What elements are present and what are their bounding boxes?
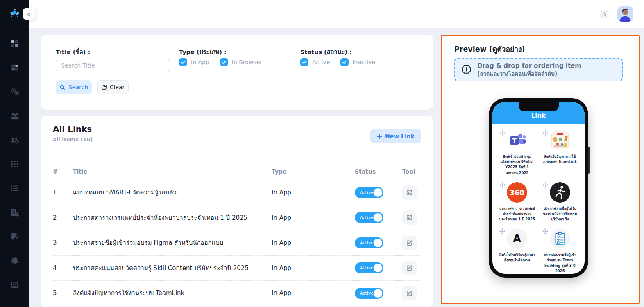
status-toggle-knob — [374, 264, 382, 272]
drag-drop-notice: Drag & drop for ordering item (ลากและวาง… — [454, 58, 623, 81]
sidebar-item-documents[interactable] — [9, 232, 20, 243]
status-toggle[interactable]: Active — [355, 212, 383, 223]
row-number: 1 — [53, 189, 73, 196]
phone-notch — [519, 102, 559, 111]
phone-link-grid: T ลิงค์เข้าร่วมประชุมนโยบายของบริษัท1st … — [492, 124, 585, 274]
status-toggle-label: Active — [360, 265, 374, 271]
sidebar-item-lists[interactable] — [9, 184, 20, 194]
drag-handle-icon[interactable] — [499, 182, 506, 190]
checkbox-checked[interactable] — [300, 58, 308, 66]
table-row: 2 ประกาศตารางเวรแพทย์ประจำห้องพยาบาลประจ… — [53, 205, 421, 231]
runner-icon — [549, 182, 571, 203]
status-toggle-knob — [374, 213, 382, 222]
status-checkbox-1[interactable]: Inactive — [340, 58, 375, 66]
phone-link-item[interactable]: 360 ประกาศตารางเวรแพทย์ประจำห้องพยาบาลปร… — [496, 182, 539, 222]
sidebar-item-toggles[interactable] — [9, 63, 20, 74]
sidebar-item-settings[interactable] — [9, 87, 20, 98]
table-row: 5 ลิงค์แจ้งปัญหาการใช้งานระบบ TeamLink I… — [53, 281, 421, 306]
phone-link-item[interactable]: ประกาศรายชื่อผู้ได้รับของรางวัลจากกิจกรร… — [539, 182, 582, 222]
preview-panel: Preview (ดูตัวอย่าง) Drag & drop for ord… — [441, 35, 640, 304]
phone-link-label: ลิงค์เว็ปไซต์เรียนรู้ภาษาอังกฤษในโรงงาน — [496, 252, 539, 263]
all-links-count: all items (10) — [53, 136, 93, 142]
type-checkbox-1[interactable]: In Browser — [220, 58, 262, 66]
row-number: 5 — [53, 289, 73, 297]
link-type: In App — [272, 239, 355, 246]
sidebar-item-company[interactable] — [9, 208, 20, 219]
checkbox-checked[interactable] — [340, 58, 349, 66]
phone-link-item[interactable]: ตรวจสอบรายชื่อผู้เข้าร่วมอบรม Team build… — [539, 228, 582, 274]
phone-app-title: Link — [531, 112, 546, 120]
checkbox-checked[interactable] — [179, 58, 187, 66]
type-checkbox-0[interactable]: In App — [179, 58, 209, 66]
drag-handle-icon[interactable] — [499, 130, 506, 138]
check-icon — [222, 60, 227, 65]
status-toggle[interactable]: Active — [355, 288, 383, 299]
phone-link-item[interactable]: ลิงค์แจ้งปัญหาการใช้งานระบบ TeamLink — [539, 130, 582, 176]
sidebar-item-user-management[interactable] — [9, 135, 20, 146]
status-toggle-knob — [374, 289, 382, 298]
status-checkbox-group: Active Inactive — [300, 58, 375, 66]
drag-handle-icon[interactable] — [499, 228, 506, 236]
link-type: In App — [272, 289, 355, 297]
all-links-panel: All Links all items (10) New Link #Title… — [41, 116, 433, 307]
illustration-icon — [549, 130, 571, 151]
status-toggle-label: Active — [360, 215, 374, 220]
user-avatar[interactable] — [617, 6, 633, 22]
phone-link-item[interactable]: A ลิงค์เว็ปไซต์เรียนรู้ภาษาอังกฤษในโรงงา… — [496, 228, 539, 274]
phone-link-label: ลิงค์เข้าร่วมประชุมนโยบายของบริษัท1st Y2… — [496, 154, 539, 176]
sun-icon — [599, 9, 609, 19]
link-title: ประกาศรายชื่อผู้เข้าร่วมอบรม Figma สำหรั… — [73, 238, 272, 248]
edit-button[interactable] — [402, 210, 417, 225]
sidebar-item-news[interactable] — [9, 280, 20, 291]
status-checkbox-0[interactable]: Active — [300, 58, 330, 66]
drag-handle-icon[interactable] — [542, 182, 549, 190]
links-table-header: #TitleTypeStatusTool — [53, 163, 421, 180]
clear-button-label: Clear — [110, 84, 125, 90]
drag-handle-icon[interactable] — [542, 228, 549, 236]
apps-icon — [10, 160, 19, 170]
status-toggle[interactable]: Active — [355, 187, 383, 198]
company-icon — [10, 208, 20, 219]
filter-status-label: Status (สถานะ) : — [300, 47, 352, 56]
phone-link-item[interactable]: T ลิงค์เข้าร่วมประชุมนโยบายของบริษัท1st … — [496, 130, 539, 176]
edit-icon — [406, 214, 413, 221]
edit-button[interactable] — [402, 236, 417, 250]
sidebar-item-apps[interactable] — [9, 160, 20, 170]
search-title-input[interactable] — [56, 59, 170, 72]
link-title: ประกาศคะแนนสอบวัดความรู้ Skill Content บ… — [73, 263, 272, 273]
status-toggle[interactable]: Active — [355, 237, 383, 248]
badge-icon — [10, 256, 19, 267]
sidebar-item-dashboard[interactable] — [9, 39, 20, 50]
edit-icon — [406, 239, 413, 246]
new-link-button-label: New Link — [385, 133, 415, 140]
drag-handle-icon[interactable] — [542, 130, 549, 138]
svg-text:T: T — [512, 138, 517, 145]
clear-button[interactable]: Clear — [97, 80, 129, 94]
theme-toggle-button[interactable] — [599, 9, 609, 19]
edit-button[interactable] — [402, 286, 417, 300]
search-button[interactable]: Search — [56, 80, 92, 94]
sidebar-item-badge[interactable] — [9, 256, 20, 267]
sidebar-collapse-button[interactable]: « — [23, 8, 35, 20]
column-header-tool: Tool — [402, 168, 421, 175]
status-toggle-label: Active — [360, 291, 374, 296]
column-header-num: # — [53, 168, 73, 175]
edit-button[interactable] — [402, 185, 417, 200]
check-icon — [181, 60, 186, 65]
circle-badge-icon: 360 — [506, 182, 528, 203]
sidebar — [0, 0, 29, 307]
table-row: 4 ประกาศคะแนนสอบวัดความรู้ Skill Content… — [53, 256, 421, 281]
sidebar-item-users[interactable] — [9, 111, 20, 122]
search-button-label: Search — [68, 84, 88, 90]
type-checkbox-group: In App In Browser — [179, 58, 262, 66]
phone-link-label: ลิงค์แจ้งปัญหาการใช้งานระบบ TeamLink — [539, 154, 582, 165]
checkbox-checked[interactable] — [220, 58, 228, 66]
edit-button[interactable] — [402, 261, 417, 275]
teams-icon: T — [506, 130, 528, 151]
news-icon — [10, 280, 19, 291]
status-toggle[interactable]: Active — [355, 262, 383, 273]
toggles-icon — [10, 63, 19, 74]
user-management-icon — [10, 135, 20, 146]
refresh-icon — [101, 84, 107, 90]
new-link-button[interactable]: New Link — [370, 129, 421, 143]
